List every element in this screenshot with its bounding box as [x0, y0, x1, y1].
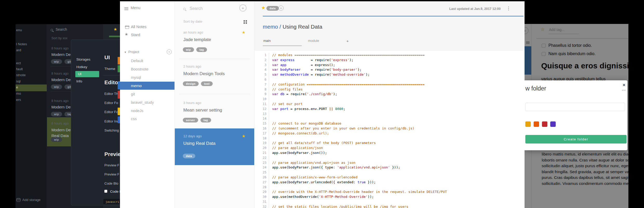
sidebar-item-starred[interactable]: Stard	[131, 32, 140, 37]
line-number: 31	[254, 199, 269, 204]
storage-icon	[16, 198, 21, 202]
color-swatch-fragment	[118, 116, 120, 123]
kebab-menu-icon[interactable]	[508, 6, 509, 7]
code-line: 14	[254, 116, 525, 121]
code-text: // set the static files location /public…	[269, 204, 408, 208]
sidebar-folder-Boostnote[interactable]: Boostnote	[131, 67, 149, 71]
sidebar-project-header[interactable]: Project	[128, 50, 139, 54]
line-number: 3	[254, 63, 269, 68]
code-line: 22	[254, 155, 525, 160]
search-input[interactable]: Search	[190, 6, 203, 11]
grid-view-icon[interactable]	[244, 20, 247, 24]
sidebar-item[interactable]: fault	[16, 66, 47, 72]
add-folder-button[interactable]: +	[167, 49, 172, 54]
close-button[interactable]: ×esc	[621, 82, 627, 93]
settings-row[interactable]: Preview F	[104, 163, 119, 167]
sidebar-folder-git[interactable]: git	[131, 92, 135, 96]
chevron-down-icon[interactable]: ▼	[124, 51, 126, 54]
sidebar-folder-nodeJs[interactable]: nodeJs	[131, 108, 143, 113]
code-text: var bodyParser = require('body-parser');	[269, 67, 361, 72]
code-line: 1// modules ============================…	[254, 53, 525, 58]
tab-main[interactable]: main	[263, 39, 271, 43]
code-editor[interactable]: 1// modules ============================…	[254, 51, 525, 208]
dark-search-input[interactable]: Search	[56, 27, 67, 31]
line-number: 13	[254, 112, 269, 116]
sidebar-item[interactable]: l Notes	[16, 41, 47, 47]
sidebar-item[interactable]: sql	[16, 79, 47, 84]
note-tag-label: data	[266, 6, 279, 11]
create-folder-button[interactable]: Create folder	[525, 135, 627, 144]
color-swatch[interactable]	[525, 121, 531, 127]
add-tag-button[interactable]: +	[278, 5, 284, 11]
sidebar-folder-mysql[interactable]: mysql	[131, 75, 141, 80]
menu-button[interactable]	[124, 7, 128, 11]
note-item-selected[interactable]: 12 days agoUsing Real Data★data	[175, 128, 254, 165]
settings-row[interactable]: Editor Fo	[104, 110, 118, 114]
sidebar-item[interactable]: ers	[16, 97, 47, 103]
breadcrumb-folder[interactable]: memo	[263, 24, 278, 30]
new-folder-dialog: w folder ×esc Create folder	[525, 80, 627, 150]
header-rule	[263, 16, 524, 16]
settings-nav-ui[interactable]: UI	[75, 71, 99, 77]
last-updated-label: Last updated at Jan.9, 2017 12:00	[449, 7, 501, 11]
sidebar-item[interactable]: e	[16, 84, 47, 91]
settings-row[interactable]: Switching	[104, 128, 119, 132]
note-time: 8 hours ago	[51, 122, 69, 125]
dark-menu-button[interactable]: enu	[16, 27, 47, 33]
settings-row[interactable]: Editor Ind	[104, 119, 119, 123]
search-icon	[183, 8, 186, 11]
sidebar-item[interactable]: ard	[16, 47, 47, 53]
new-note-button[interactable]: +	[239, 4, 246, 11]
code-text	[269, 136, 272, 141]
color-swatch[interactable]	[550, 121, 556, 127]
code-text: // (uncomment after you enter in your ow…	[269, 126, 414, 131]
line-number: 1	[254, 53, 269, 58]
star-icon[interactable]: ★	[113, 27, 117, 32]
settings-row[interactable]: Preview F	[104, 172, 119, 176]
settings-nav-hotkey[interactable]: Hotkey	[76, 64, 87, 70]
settings-nav-info[interactable]: Info	[76, 79, 82, 84]
sidebar-item-all-notes[interactable]: All Notes	[131, 24, 146, 29]
sidebar-folder-memo[interactable]: memo	[120, 82, 175, 90]
sidebar-item[interactable]: ect	[16, 60, 47, 66]
menu-label[interactable]: Menu	[131, 5, 140, 10]
star-icon[interactable]: ★	[242, 134, 245, 139]
star-icon[interactable]: ★	[242, 30, 245, 35]
sidebar-folder-laravel_study[interactable]: laravel_study	[131, 100, 154, 105]
dark-sort-control[interactable]: Sort by xxx	[51, 36, 68, 40]
sidebar-folder-css[interactable]: css	[131, 116, 137, 121]
color-swatch[interactable]	[542, 121, 547, 127]
add-storage-button[interactable]: Add storage	[16, 198, 41, 202]
folder-name-input[interactable]	[525, 103, 625, 111]
dark-app-sidebar: enu Add storage l Notesardectfaultstnote…	[16, 24, 47, 208]
tag-pill: data	[183, 154, 195, 158]
active-tab-underline	[263, 46, 302, 46]
settings-row[interactable]: Editor Fo	[104, 101, 118, 105]
settings-row[interactable]: Code Blo	[104, 181, 118, 185]
settings-checkbox[interactable]	[104, 190, 107, 193]
code-text	[269, 112, 272, 116]
note-time: 8 hours ago	[51, 47, 69, 50]
sidebar-folder-Default[interactable]: Default	[131, 58, 143, 63]
sort-control[interactable]: Sort by date	[183, 20, 202, 23]
sidebar-item[interactable]: mo	[16, 91, 47, 96]
star-toggle-icon[interactable]: ★	[261, 5, 265, 11]
color-swatch-fragment	[118, 57, 120, 64]
color-swatch-fragment	[118, 65, 120, 72]
code-line: 21app.use(bodyParser.json());	[254, 151, 525, 155]
new-tab-button[interactable]: +	[346, 39, 349, 43]
sidebar-item[interactable]: stnote	[16, 72, 47, 78]
code-text	[269, 116, 272, 121]
settings-panel: UI Theme Editor Previe Code B javascri S…	[71, 40, 120, 205]
note-time: an hours ago	[183, 30, 203, 34]
code-text: // connect to our mongoDB database	[269, 121, 341, 126]
tab-module[interactable]: module	[308, 39, 319, 43]
code-line: 8// config files	[254, 87, 525, 92]
code-line: 19// get all data/stuff of the body (POS…	[254, 141, 525, 146]
all-notes-icon	[125, 25, 129, 30]
settings-theme-label[interactable]: Theme	[104, 67, 115, 71]
tag-pill: tag	[200, 118, 211, 122]
settings-nav-storages[interactable]: Storages	[76, 57, 90, 62]
note-title: Using Real Data	[183, 141, 216, 146]
color-swatch[interactable]	[534, 121, 539, 127]
